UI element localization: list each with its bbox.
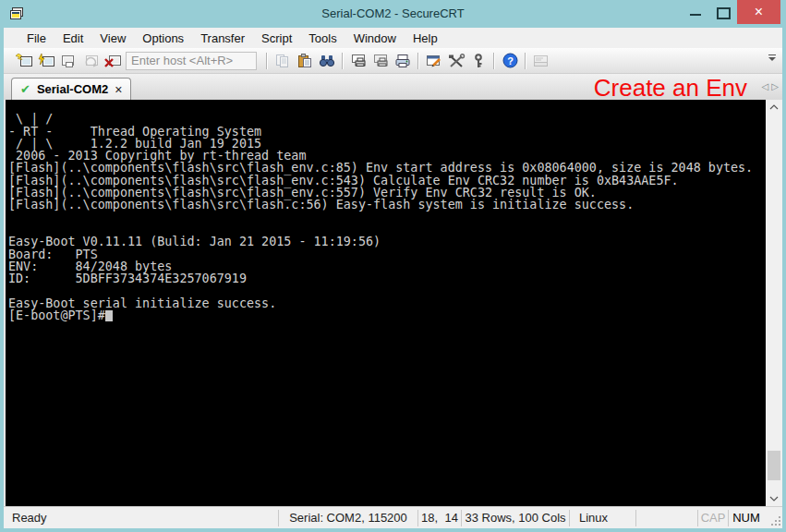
tab-serial-com2[interactable]: ✔ Serial-COM2 × [11, 78, 131, 100]
window-title: Serial-COM2 - SecureCRT [0, 6, 786, 20]
close-icon: × [755, 5, 763, 19]
keygen-wizard-button[interactable] [445, 51, 467, 71]
terminal-area: \ | /- RT - Thread Operating System / | … [4, 100, 782, 506]
status-cursor-position: 18, 14 [417, 510, 461, 526]
terminal-line: [E-boot@PTS]# [8, 309, 765, 321]
terminal-line: Easy-Boot serial initialize success. [8, 297, 765, 309]
terminal-line: [Flash](..\components\flash\src\flash_en… [8, 175, 765, 187]
log-session-button[interactable] [347, 51, 369, 71]
connect-in-tab-button[interactable] [35, 51, 57, 71]
resize-grip[interactable] [764, 509, 782, 527]
copy-icon [274, 54, 291, 68]
quick-connect-icon [15, 54, 33, 68]
terminal-line: [Flash](..\components\flash\src\flash.c:… [8, 199, 765, 211]
title-bar[interactable]: Serial-COM2 - SecureCRT × [0, 0, 786, 28]
maximize-icon [717, 7, 731, 19]
scroll-up-button[interactable] [766, 100, 782, 115]
toolbar: ? [4, 48, 782, 74]
disconnect-icon [103, 54, 122, 68]
status-num-lock: NUM [728, 510, 764, 526]
terminal-screen[interactable]: \ | /- RT - Thread Operating System / | … [8, 101, 765, 506]
svg-text:?: ? [507, 55, 514, 66]
tab-scroll-left-icon[interactable]: ◁ [762, 81, 769, 91]
chevron-up-icon [769, 104, 779, 110]
securecrt-window: Serial-COM2 - SecureCRT × FileEditViewOp… [0, 0, 786, 532]
status-bar: Ready Serial: COM2, 115200 18, 14 33 Row… [4, 506, 782, 528]
menu-options[interactable]: Options [134, 30, 192, 47]
terminal-line: - RT - Thread Operating System [8, 126, 765, 138]
paste-icon [296, 54, 313, 68]
menubar: FileEditViewOptionsTransferScriptToolsWi… [4, 28, 782, 48]
raw-log-session-icon [371, 54, 390, 68]
terminal-line: 2006 - 2013 Copyright by rt-thread team [8, 150, 765, 162]
terminal-line: \ | / [8, 113, 765, 125]
scrollbar-thumb[interactable] [768, 451, 780, 480]
paste-button[interactable] [294, 51, 316, 71]
scroll-down-button[interactable] [766, 491, 782, 506]
menu-edit[interactable]: Edit [54, 30, 91, 47]
tab-bar: ✔ Serial-COM2 × Create an Env ◁ ▷ [4, 74, 782, 100]
minimize-button[interactable] [682, 0, 709, 24]
host-input[interactable] [126, 52, 257, 70]
status-ready: Ready [4, 510, 278, 526]
command-window-icon [532, 54, 550, 68]
find-icon [319, 54, 335, 68]
help-icon: ? [502, 53, 518, 68]
tab-close-icon[interactable]: × [115, 84, 122, 95]
menu-help[interactable]: Help [405, 30, 446, 47]
maximize-button[interactable] [709, 0, 737, 24]
menu-file[interactable]: File [18, 30, 54, 47]
session-window-icon [59, 54, 78, 68]
print-button[interactable] [392, 51, 414, 71]
menu-view[interactable]: View [91, 30, 134, 47]
key-button[interactable] [467, 51, 490, 71]
overflow-bar-icon [768, 54, 776, 55]
terminal-line [8, 224, 765, 236]
terminal-line [8, 284, 765, 296]
terminal-line: Easy-Boot V0.11.11 (Bulid: Jan 21 2015 -… [8, 236, 765, 248]
menu-script[interactable]: Script [253, 30, 300, 47]
toolbar-overflow-button[interactable] [768, 54, 777, 61]
status-emulation: Linux [569, 510, 635, 526]
print-icon [394, 54, 411, 68]
reconnect-button[interactable] [79, 51, 102, 71]
status-serial: Serial: COM2, 115200 [278, 510, 417, 526]
menu-window[interactable]: Window [345, 30, 405, 47]
help-button[interactable]: ? [499, 51, 521, 71]
status-spare [635, 510, 697, 526]
session-options-button[interactable] [423, 51, 445, 71]
terminal-line: / | \ 1.2.2 build Jan 19 2015 [8, 138, 765, 150]
find-button[interactable] [316, 51, 338, 71]
keygen-wizard-icon [447, 54, 466, 68]
terminal-line: Board: PTS [8, 248, 765, 260]
vertical-scrollbar[interactable] [766, 100, 782, 506]
connect-in-tab-icon [37, 54, 55, 68]
resize-grip-icon [769, 514, 782, 527]
copy-button[interactable] [272, 51, 294, 71]
chevron-down-icon [769, 496, 779, 502]
quick-connect-button[interactable] [13, 51, 35, 71]
command-window-button[interactable] [530, 51, 552, 71]
status-rows-cols: 33 Rows, 100 Cols [461, 510, 569, 526]
toolbar-separator [417, 53, 419, 69]
terminal-line [8, 212, 765, 224]
terminal-line: ID: 5DBFF3734374E3257067919 [8, 272, 765, 284]
menu-tools[interactable]: Tools [300, 30, 345, 47]
terminal-line: [Flash](..\components\flash\src\flash_en… [8, 162, 765, 174]
log-session-icon [349, 54, 368, 68]
chevron-down-icon [768, 57, 776, 61]
raw-log-session-button[interactable] [369, 51, 392, 71]
create-env-annotation: Create an Env [594, 74, 747, 103]
tab-scroll-right-icon[interactable]: ▷ [771, 81, 779, 91]
toolbar-separator [493, 53, 495, 69]
key-icon [472, 54, 485, 68]
terminal-cursor [105, 310, 113, 321]
reconnect-icon [81, 54, 100, 68]
connect-button[interactable] [57, 51, 79, 71]
close-button[interactable]: × [737, 0, 780, 24]
disconnect-button[interactable] [102, 51, 124, 71]
session-options-icon [425, 54, 443, 68]
status-caps-lock: CAP [697, 510, 728, 526]
menu-transfer[interactable]: Transfer [192, 30, 253, 47]
minimize-icon [690, 14, 701, 16]
